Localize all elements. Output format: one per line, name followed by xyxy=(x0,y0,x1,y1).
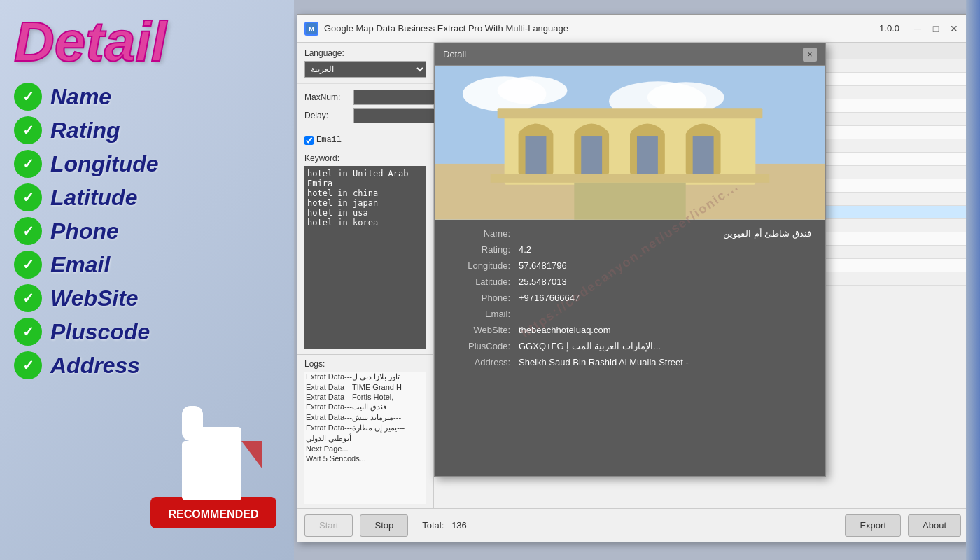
feature-longitude: ✓ Longitude xyxy=(14,150,280,178)
detail-phone-label: Phone: xyxy=(449,293,519,303)
left-panel: Detail ✓ Name ✓ Rating ✓ Longitude ✓ Lat… xyxy=(0,0,294,560)
feature-phone-label: Phone xyxy=(50,218,119,244)
feature-rating: ✓ Rating xyxy=(14,116,280,144)
svg-rect-17 xyxy=(526,136,547,174)
detail-pluscode-value: GGXQ+FG الإمارات العربية المت إ... xyxy=(519,341,811,351)
logs-label: Logs: xyxy=(304,359,426,369)
delay-row: Delay: xyxy=(304,108,426,123)
feature-pluscode-label: Pluscode xyxy=(50,319,150,345)
log-item: Next Page... xyxy=(304,444,426,454)
svg-text:M: M xyxy=(309,26,314,33)
detail-name-row: Name: فندق شاطئ أم القيوين xyxy=(449,228,811,239)
app-window: M Google Map Data Business Extract Pro W… xyxy=(297,14,969,542)
minimize-button[interactable]: ─ xyxy=(911,22,925,36)
detail-close-button[interactable]: × xyxy=(803,48,817,62)
check-icon-latitude: ✓ xyxy=(14,183,42,211)
feature-rating-label: Rating xyxy=(50,118,120,144)
about-button[interactable]: About xyxy=(908,514,961,537)
check-icon-email: ✓ xyxy=(14,251,42,279)
delay-label: Delay: xyxy=(304,111,354,120)
detail-latitude-label: Latitude: xyxy=(449,276,519,287)
detail-address-row: Address: Sheikh Saud Bin Rashid Al Muall… xyxy=(449,357,811,368)
detail-pluscode-label: PlusCode: xyxy=(449,341,519,351)
detail-rating-row: Rating: 4.2 xyxy=(449,244,811,255)
stop-button[interactable]: Stop xyxy=(360,514,408,537)
detail-name-value: فندق شاطئ أم القيوين xyxy=(519,228,811,239)
feature-website-label: WebSite xyxy=(50,286,139,312)
check-icon-name: ✓ xyxy=(14,83,42,111)
feature-longitude-label: Longitude xyxy=(50,151,159,177)
total-value: 136 xyxy=(451,520,467,531)
keyword-section: Keyword: hotel in United Arab Emira hote… xyxy=(298,148,433,354)
log-item: Extrat Data---Fortis Hotel, xyxy=(304,392,426,402)
feature-email: ✓ Email xyxy=(14,251,280,279)
promo-title: Detail xyxy=(14,14,280,70)
detail-name-label: Name: xyxy=(449,228,519,239)
window-controls: ─ □ ✕ xyxy=(911,22,961,36)
detail-pluscode-row: PlusCode: GGXQ+FG الإمارات العربية المت … xyxy=(449,341,811,351)
svg-rect-6 xyxy=(189,434,241,500)
detail-email-label: Email: xyxy=(449,309,519,319)
detail-latitude-value: 25.5487013 xyxy=(519,276,811,287)
check-icon-address: ✓ xyxy=(14,351,42,379)
email-checkbox[interactable] xyxy=(304,136,314,145)
title-bar-text: Google Map Data Business Extract Pro Wit… xyxy=(324,23,879,34)
feature-latitude: ✓ Latitude xyxy=(14,183,280,211)
svg-rect-26 xyxy=(574,183,685,220)
total-label: Total: 136 xyxy=(422,520,467,531)
keyword-textarea[interactable]: hotel in United Arab Emira hotel in chin… xyxy=(304,166,426,349)
email-checkbox-label: Email xyxy=(316,135,342,145)
svg-point-11 xyxy=(498,76,568,104)
check-icon-website: ✓ xyxy=(14,284,42,312)
close-button[interactable]: ✕ xyxy=(947,22,961,36)
detail-email-row: Email: xyxy=(449,309,811,319)
check-icon-rating: ✓ xyxy=(14,116,42,144)
check-icon-phone: ✓ xyxy=(14,217,42,245)
right-gradient xyxy=(966,0,980,560)
log-item: Wait 5 Sencods... xyxy=(304,454,426,463)
language-section: Language: العربية English xyxy=(298,43,433,84)
svg-text:RECOMMENDED: RECOMMENDED xyxy=(169,508,259,520)
svg-rect-25 xyxy=(491,174,770,183)
detail-image xyxy=(435,66,825,220)
maxnum-label: MaxNum: xyxy=(304,92,354,102)
app-icon: M xyxy=(304,22,318,36)
detail-website-value: thebeachhoteluaq.com xyxy=(519,325,811,335)
total-text: Total: xyxy=(422,520,444,531)
log-item: Extrat Data---فندق البيت xyxy=(304,402,426,412)
language-select[interactable]: العربية English xyxy=(304,61,426,78)
svg-marker-4 xyxy=(241,441,262,469)
svg-rect-19 xyxy=(581,136,602,174)
title-bar: M Google Map Data Business Extract Pro W… xyxy=(298,15,968,43)
feature-name-label: Name xyxy=(50,84,111,110)
feature-phone: ✓ Phone xyxy=(14,217,280,245)
log-item: Extrat Data---ميرمايد بيتش--- xyxy=(304,412,426,423)
detail-website-row: WebSite: thebeachhoteluaq.com xyxy=(449,325,811,335)
check-icon-longitude: ✓ xyxy=(14,150,42,178)
feature-address-label: Address xyxy=(50,353,140,379)
maximize-button[interactable]: □ xyxy=(929,22,943,36)
feature-latitude-label: Latitude xyxy=(50,185,137,211)
recommended-badge: RECOMMENDED xyxy=(144,385,284,539)
detail-latitude-row: Latitude: 25.5487013 xyxy=(449,276,811,287)
start-button[interactable]: Start xyxy=(304,514,353,537)
export-button[interactable]: Export xyxy=(845,514,901,537)
detail-info: Name: فندق شاطئ أم القيوين Rating: 4.2 L… xyxy=(435,220,825,476)
email-checkbox-row: Email xyxy=(298,132,433,148)
feature-address: ✓ Address xyxy=(14,351,280,379)
log-item: Extrat Data---تاور بلازا دبي ل xyxy=(304,372,426,382)
logs-section: Logs: Extrat Data---تاور بلازا دبي ل Ext… xyxy=(298,354,433,508)
detail-longitude-row: Longitude: 57.6481796 xyxy=(449,260,811,271)
language-label: Language: xyxy=(304,48,426,58)
feature-pluscode: ✓ Pluscode xyxy=(14,318,280,346)
check-icon-pluscode: ✓ xyxy=(14,318,42,346)
app-version: 1.0.0 xyxy=(879,23,899,34)
detail-rating-label: Rating: xyxy=(449,244,519,255)
log-item: Extrat Data---TIME Grand H xyxy=(304,382,426,392)
logs-list: Extrat Data---تاور بلازا دبي ل Extrat Da… xyxy=(304,372,426,504)
detail-longitude-label: Longitude: xyxy=(449,260,519,271)
log-item: Extrat Data---يمير إن مطارة--- xyxy=(304,423,426,433)
detail-modal-header: Detail × xyxy=(435,43,825,66)
detail-modal-title: Detail xyxy=(443,49,803,59)
svg-rect-21 xyxy=(637,136,658,174)
